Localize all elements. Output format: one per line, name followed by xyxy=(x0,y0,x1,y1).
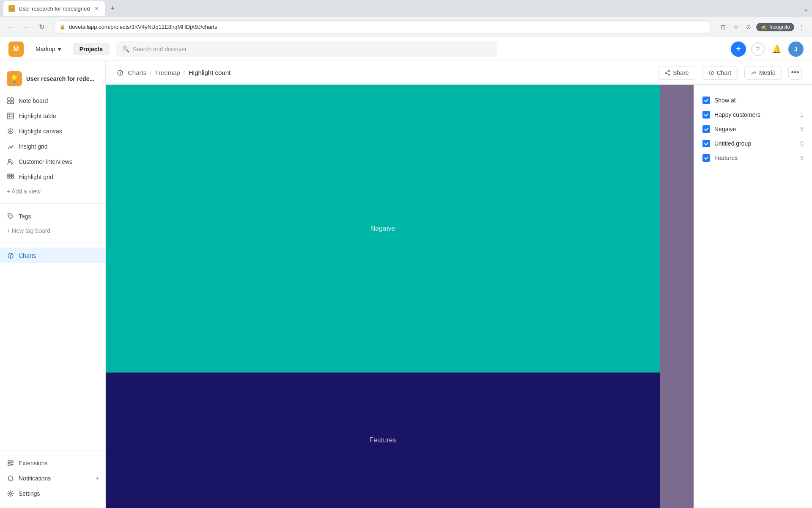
breadcrumb-treemap[interactable]: Treemap xyxy=(155,69,180,76)
breadcrumb-sep-2: / xyxy=(184,69,185,76)
search-bar[interactable]: 🔍 Search and discover xyxy=(116,41,497,57)
charts-icon xyxy=(7,252,14,260)
highlight-canvas-icon xyxy=(7,127,14,135)
negaive-checkbox[interactable] xyxy=(702,125,710,133)
new-tag-board-btn[interactable]: + New tag board xyxy=(0,224,105,237)
svg-rect-14 xyxy=(8,177,9,178)
show-all-checkbox[interactable] xyxy=(702,97,710,104)
tab-close-btn[interactable]: ✕ xyxy=(93,5,100,12)
sidebar-item-tags[interactable]: Tags xyxy=(0,209,105,224)
untitled-group-count: 0 xyxy=(800,140,804,147)
svg-rect-4 xyxy=(8,113,14,119)
profile-icon[interactable]: ⊙ xyxy=(743,22,754,32)
sidebar-divider-3 xyxy=(0,450,105,450)
note-board-label: Note board xyxy=(19,97,48,104)
add-view-label: + Add a view xyxy=(7,188,41,195)
svg-rect-12 xyxy=(10,174,11,176)
sidebar-item-settings[interactable]: Settings xyxy=(0,486,105,501)
projects-btn[interactable]: Projects xyxy=(73,43,110,55)
sidebar: 💡 User research for rede... Note board H… xyxy=(0,61,106,508)
markup-btn[interactable]: Markup ▾ xyxy=(30,43,66,55)
incognito-label: Incognito xyxy=(769,24,790,30)
svg-point-10 xyxy=(11,162,13,163)
negaive-legend-label: Negaive xyxy=(714,126,796,133)
legend-item-untitled-group[interactable]: Untitled group 0 xyxy=(702,136,804,151)
sidebar-item-notifications[interactable]: Notifications ▾ xyxy=(0,471,105,486)
notifications-btn[interactable]: 🔔 xyxy=(770,42,783,56)
chart-container: Negaive Features xyxy=(106,85,812,508)
help-icon: ? xyxy=(756,45,760,52)
untitled-group-label: Untitled group xyxy=(714,140,796,147)
svg-rect-16 xyxy=(12,177,14,178)
legend-item-negaive[interactable]: Negaive 5 xyxy=(702,122,804,136)
sidebar-item-insight-grid[interactable]: Insight grid xyxy=(0,139,105,154)
legend-item-features[interactable]: Features 5 xyxy=(702,151,804,165)
tab-favicon: 🔬 xyxy=(8,5,15,12)
breadcrumb-charts-icon xyxy=(116,69,124,77)
tab-title: User research for redesigned xyxy=(19,6,90,12)
extensions-label: Extensions xyxy=(19,460,47,467)
svg-point-9 xyxy=(8,159,11,162)
metric-btn[interactable]: Metric xyxy=(744,66,782,80)
highlight-canvas-label: Highlight canvas xyxy=(19,128,62,135)
svg-point-26 xyxy=(665,72,667,73)
svg-rect-2 xyxy=(8,101,10,104)
chart-btn-icon xyxy=(708,70,714,76)
legend-item-happy-customers[interactable]: Happy customers 1 xyxy=(702,108,804,122)
treemap-features-segment[interactable]: Features xyxy=(106,373,660,508)
sidebar-item-note-board[interactable]: Note board xyxy=(0,93,105,108)
treemap-row-bottom: Features xyxy=(106,373,694,508)
bookmark-icon[interactable]: ☆ xyxy=(731,22,741,32)
treemap-right-bottom xyxy=(660,373,694,508)
tags-icon xyxy=(7,213,14,220)
treemap-negaive-segment[interactable]: Negaive xyxy=(106,85,660,373)
more-btn[interactable]: ••• xyxy=(788,66,802,80)
add-view-btn[interactable]: + Add a view xyxy=(0,185,105,198)
chart-label: Chart xyxy=(717,69,731,76)
features-checkbox[interactable] xyxy=(702,154,710,162)
markup-label: Markup xyxy=(36,46,55,52)
happy-customers-checkbox[interactable] xyxy=(702,111,710,119)
share-label: Share xyxy=(673,69,689,76)
app-logo[interactable]: M xyxy=(8,41,24,57)
user-avatar[interactable]: J xyxy=(788,41,804,57)
svg-point-22 xyxy=(10,493,12,495)
treemap-area: Negaive Features xyxy=(106,85,694,508)
sidebar-item-highlight-table[interactable]: Highlight table xyxy=(0,108,105,124)
forward-btn[interactable]: → xyxy=(20,21,32,33)
reload-btn[interactable]: ↻ xyxy=(36,21,47,33)
bell-icon: 🔔 xyxy=(772,44,781,54)
add-btn[interactable]: + xyxy=(731,41,746,57)
svg-rect-21 xyxy=(8,464,10,466)
new-tab-btn[interactable]: + xyxy=(107,3,118,14)
sidebar-item-highlight-grid[interactable]: Highlight grid xyxy=(0,169,105,185)
projects-label: Projects xyxy=(80,46,103,52)
tab-right-section: ⌄ xyxy=(800,5,809,13)
features-label: Features xyxy=(369,436,396,444)
sidebar-item-customer-interviews[interactable]: Customer interviews xyxy=(0,154,105,169)
highlight-table-icon xyxy=(7,112,14,120)
minimize-icon[interactable]: ⌄ xyxy=(803,5,809,13)
incognito-badge[interactable]: 🕵 Incognito xyxy=(756,23,794,31)
chart-btn[interactable]: Chart xyxy=(702,66,738,80)
new-tag-board-label: + New tag board xyxy=(7,227,50,234)
breadcrumb: Charts / Treemap / Highlight count xyxy=(116,69,230,77)
cast-icon[interactable]: ⊡ xyxy=(718,22,728,32)
back-btn[interactable]: ← xyxy=(5,21,17,33)
untitled-group-checkbox[interactable] xyxy=(702,140,710,147)
active-tab[interactable]: 🔬 User research for redesigned ✕ xyxy=(3,1,105,16)
sidebar-item-highlight-canvas[interactable]: Highlight canvas xyxy=(0,124,105,139)
tab-bar: 🔬 User research for redesigned ✕ + ⌄ xyxy=(0,0,812,17)
menu-btn[interactable]: ⋮ xyxy=(797,22,807,32)
breadcrumb-charts[interactable]: Charts xyxy=(128,69,146,76)
show-all-label: Show all xyxy=(714,97,804,104)
sidebar-item-charts[interactable]: Charts xyxy=(0,248,105,263)
legend-show-all[interactable]: Show all xyxy=(702,93,804,108)
help-btn[interactable]: ? xyxy=(751,42,765,56)
breadcrumb-highlight-count[interactable]: Highlight count xyxy=(189,69,230,76)
url-bar[interactable]: 🔒 dovetailapp.com/projects/3KV4yNUq11E8l… xyxy=(54,20,711,34)
insight-grid-label: Insight grid xyxy=(19,143,47,150)
negaive-count: 5 xyxy=(800,126,804,133)
share-btn[interactable]: Share xyxy=(658,66,695,80)
sidebar-item-extensions[interactable]: Extensions xyxy=(0,456,105,471)
